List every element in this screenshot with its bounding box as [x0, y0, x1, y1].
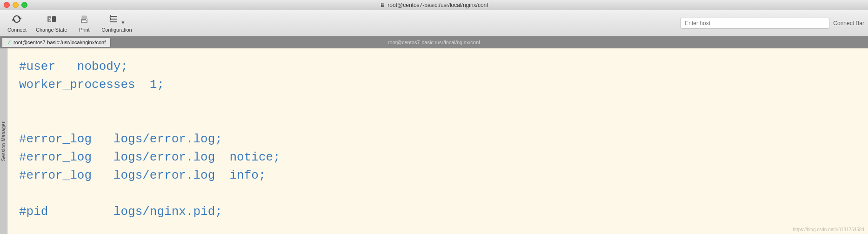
tab-status-icon: ✓: [7, 39, 12, 46]
toolbar-right: Connect Bar: [681, 18, 864, 29]
connect-bar-label: Connect Bar: [833, 20, 864, 27]
code-line-4: #error_log logs/error.log notice;: [19, 148, 856, 167]
svg-rect-1: [52, 16, 56, 22]
code-empty-2: [19, 112, 856, 130]
svg-point-5: [86, 19, 87, 20]
code-line-3: #error_log logs/error.log;: [19, 130, 856, 148]
window-title: 🖥 root@centos7-basic:/usr/local/nginx/co…: [380, 2, 488, 8]
print-label: Print: [79, 27, 90, 33]
active-tab[interactable]: ✓ root@centos7-basic:/usr/local/nginx/co…: [2, 37, 111, 47]
minimize-button[interactable]: [13, 2, 19, 8]
svg-rect-3: [82, 16, 87, 19]
configuration-button[interactable]: ▼ Configuration: [98, 12, 135, 34]
change-state-icon: [47, 14, 57, 26]
configuration-icon: ▼: [108, 14, 126, 26]
print-button[interactable]: Print: [73, 12, 96, 34]
change-state-label: Change State: [36, 27, 67, 33]
connect-icon: [12, 14, 22, 26]
tab-bar: root@centos7-basic:/usr/local/nginx/conf…: [0, 36, 868, 48]
code-empty-1: [19, 94, 856, 112]
maximize-button[interactable]: [21, 2, 27, 8]
tab-label: root@centos7-basic:/usr/local/nginx/conf: [13, 40, 106, 45]
connect-button[interactable]: Connect: [4, 12, 30, 34]
code-line-6: #pid logs/nginx.pid;: [19, 203, 856, 221]
watermark: https://blog.csdn.net/u0131254584: [793, 227, 864, 232]
config-arrow: ▼: [121, 20, 126, 25]
traffic-lights: [4, 2, 27, 8]
close-button[interactable]: [4, 2, 10, 8]
code-line-2: worker_processes 1;: [19, 76, 856, 94]
tab-bar-inner: root@centos7-basic:/usr/local/nginx/conf…: [2, 36, 866, 48]
code-line-5: #error_log logs/error.log info;: [19, 167, 856, 185]
title-bar: 🖥 root@centos7-basic:/usr/local/nginx/co…: [0, 0, 868, 10]
svg-rect-4: [82, 20, 87, 22]
toolbar: Connect Change State Print: [0, 10, 868, 36]
tab-bar-center-title: root@centos7-basic:/usr/local/nginx/conf: [2, 40, 866, 45]
code-empty-3: [19, 185, 856, 203]
session-manager-label: Session Manager: [1, 121, 6, 161]
code-line-1: #user nobody;: [19, 58, 856, 76]
change-state-button[interactable]: Change State: [32, 12, 71, 34]
main-area: Session Manager #user nobody; worker_pro…: [0, 48, 868, 234]
terminal-icon: 🖥: [380, 2, 385, 8]
content-area: #user nobody; worker_processes 1; #error…: [7, 48, 868, 234]
session-manager-sidebar[interactable]: Session Manager: [0, 48, 7, 234]
connect-label: Connect: [7, 27, 27, 33]
configuration-label: Configuration: [101, 27, 132, 33]
host-input[interactable]: [681, 18, 829, 29]
print-icon: [79, 14, 89, 26]
